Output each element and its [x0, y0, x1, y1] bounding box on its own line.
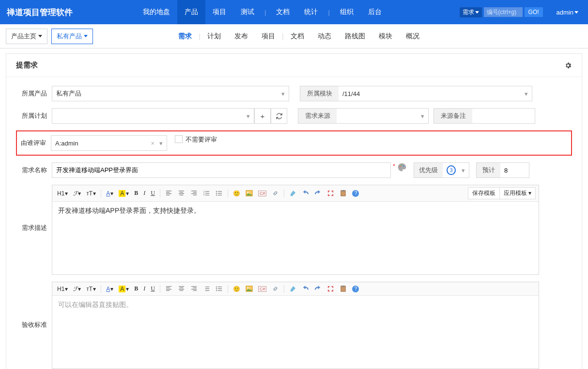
tb-image-icon[interactable]: [244, 189, 255, 198]
plan-add-button[interactable]: +: [254, 108, 271, 124]
tb-underline[interactable]: U: [149, 189, 157, 198]
apply-template-button[interactable]: 应用模板 ▾: [500, 187, 536, 199]
tb-code-icon[interactable]: C#: [256, 190, 269, 197]
tb-paste-icon[interactable]: [338, 284, 349, 293]
tb-align-right[interactable]: [188, 284, 200, 293]
estimate-input[interactable]: [504, 167, 525, 174]
panel-header: 提需求: [6, 54, 582, 77]
tb-size[interactable]: тT▾: [84, 189, 98, 198]
color-picker-icon[interactable]: [397, 162, 407, 172]
tb-heading[interactable]: H1▾: [55, 285, 70, 293]
tb-backcolor[interactable]: A▾: [117, 285, 131, 293]
plan-refresh-button[interactable]: [271, 108, 287, 124]
tb-heading[interactable]: H1▾: [55, 189, 70, 198]
noreview-checkbox[interactable]: [175, 135, 183, 143]
subnav-plan[interactable]: 计划: [201, 32, 228, 41]
nav-project[interactable]: 项目: [205, 0, 233, 24]
tb-italic[interactable]: I: [141, 189, 147, 198]
search-type-select[interactable]: 需求: [460, 7, 482, 17]
tb-paste-icon[interactable]: [338, 189, 349, 198]
tb-emoji-icon[interactable]: 🙂: [231, 285, 242, 293]
tb-list-ol[interactable]: [201, 284, 212, 293]
tb-forecolor[interactable]: A▾: [104, 189, 115, 198]
subnav-release[interactable]: 发布: [228, 32, 255, 41]
tb-font[interactable]: ℱ▾: [71, 189, 83, 198]
row-product-module: 所属产品 私有产品▾ 所属模块 /11/44▾: [18, 86, 570, 101]
tb-undo-icon[interactable]: [300, 189, 311, 198]
verify-editor: H1▾ ℱ▾ тT▾ A▾ A▾ B I U 🙂: [52, 282, 539, 369]
chevron-down-icon: ▾: [459, 167, 465, 174]
user-menu[interactable]: admin: [554, 9, 581, 16]
tb-undo-icon[interactable]: [300, 284, 311, 293]
tb-align-left[interactable]: [163, 189, 174, 198]
title-input[interactable]: [56, 167, 387, 174]
subnav-doc[interactable]: 文档: [284, 32, 311, 41]
source-select[interactable]: ▾: [337, 108, 429, 124]
tb-size[interactable]: тT▾: [84, 285, 98, 293]
tb-align-center[interactable]: [176, 189, 187, 198]
tb-align-center[interactable]: [176, 284, 187, 293]
tb-help-icon[interactable]: ?: [350, 285, 361, 293]
priority-select[interactable]: 3 ▾: [443, 162, 469, 178]
product-select[interactable]: 私有产品▾: [52, 86, 289, 101]
tb-eraser-icon[interactable]: [287, 284, 298, 293]
clear-icon[interactable]: ×: [149, 140, 156, 147]
search-input[interactable]: [484, 7, 523, 17]
desc-toolbar: H1▾ ℱ▾ тT▾ A▾ A▾ B I U 123 🙂: [52, 185, 539, 202]
chevron-down-icon: ▾: [156, 140, 163, 147]
tb-redo-icon[interactable]: [312, 284, 324, 293]
nav-my[interactable]: 我的地盘: [136, 0, 177, 24]
plan-select[interactable]: ▾: [52, 108, 254, 124]
tb-underline[interactable]: U: [149, 284, 157, 293]
reviewer-select[interactable]: A:admin × ▾: [51, 135, 167, 151]
search-go-button[interactable]: GO!: [525, 7, 543, 17]
tb-align-left[interactable]: [163, 284, 174, 293]
label-sourcenote: 来源备注: [433, 108, 472, 124]
tb-emoji-icon[interactable]: 🙂: [231, 189, 242, 198]
nav-org[interactable]: 组织: [333, 0, 361, 24]
noreview-label: 不需要评审: [186, 135, 217, 144]
tb-link-icon[interactable]: [270, 189, 281, 198]
nav-doc[interactable]: 文档: [269, 0, 297, 24]
tb-backcolor[interactable]: A▾: [117, 189, 131, 198]
tb-image-icon[interactable]: [244, 284, 255, 293]
tb-link-icon[interactable]: [270, 284, 281, 293]
gear-icon[interactable]: [564, 62, 572, 69]
module-select[interactable]: /11/44▾: [339, 86, 532, 101]
product-home-select[interactable]: 产品主页: [6, 29, 47, 44]
tb-list-ol[interactable]: 123: [201, 189, 212, 198]
subnav-activity[interactable]: 动态: [311, 32, 338, 41]
subnav-overview[interactable]: 概况: [399, 32, 426, 41]
nav-admin[interactable]: 后台: [361, 0, 389, 24]
tb-code-icon[interactable]: C#: [256, 285, 269, 293]
product-select[interactable]: 私有产品: [51, 29, 93, 44]
subnav-story[interactable]: 需求: [171, 32, 199, 41]
svg-point-10: [247, 192, 248, 193]
tb-fullscreen-icon[interactable]: [325, 189, 336, 198]
nav-stat[interactable]: 统计: [297, 0, 325, 24]
nav-product[interactable]: 产品: [177, 0, 205, 24]
tb-forecolor[interactable]: A▾: [104, 285, 115, 293]
tb-eraser-icon[interactable]: [287, 189, 298, 198]
tb-fullscreen-icon[interactable]: [325, 284, 336, 293]
tb-italic[interactable]: I: [141, 284, 147, 293]
sourcenote-input[interactable]: [472, 108, 535, 124]
tb-bold[interactable]: B: [132, 284, 140, 293]
tb-redo-icon[interactable]: [312, 189, 324, 198]
tb-font[interactable]: ℱ▾: [71, 285, 83, 293]
sourcenote-field[interactable]: [476, 112, 531, 120]
tb-list-ul[interactable]: [214, 189, 225, 198]
tb-list-ul[interactable]: [214, 284, 225, 293]
tb-bold[interactable]: B: [132, 189, 140, 198]
tb-align-right[interactable]: [188, 189, 200, 198]
desc-editor-body[interactable]: 开发禅道移动端APP登录界面，支持快捷登录。: [52, 202, 539, 274]
form: 所属产品 私有产品▾ 所属模块 /11/44▾ 所属计划 ▾ + 需求来源 ▾ …: [6, 77, 582, 369]
subnav-project[interactable]: 项目: [255, 32, 282, 41]
tb-help-icon[interactable]: ?: [350, 189, 361, 198]
nav-test[interactable]: 测试: [233, 0, 262, 24]
verify-editor-body[interactable]: 可以在编辑器直接贴图。: [52, 296, 539, 369]
subnav-roadmap[interactable]: 路线图: [338, 32, 372, 41]
label-estimate: 预计: [476, 162, 500, 178]
save-template-button[interactable]: 保存模板: [468, 187, 500, 199]
subnav-module[interactable]: 模块: [372, 32, 399, 41]
